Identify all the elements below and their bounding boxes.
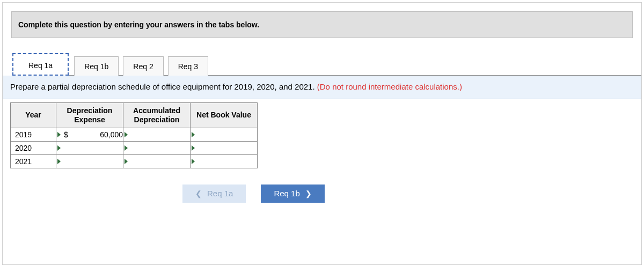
- tab-req-1b[interactable]: Req 1b: [74, 56, 119, 76]
- input-marker-icon: [125, 159, 128, 164]
- header-dep-expense: Depreciation Expense: [56, 103, 123, 128]
- input-marker-icon: [125, 145, 128, 151]
- cell-year: 2019: [11, 128, 56, 141]
- next-tab-button[interactable]: Req 1b ❯: [261, 185, 324, 203]
- tab-req-2[interactable]: Req 2: [123, 56, 163, 76]
- input-marker-icon: [192, 159, 195, 164]
- prev-tab-button[interactable]: ❮ Req 1a: [182, 185, 246, 203]
- chevron-right-icon: ❯: [305, 189, 312, 198]
- question-prompt: Prepare a partial depreciation schedule …: [3, 76, 641, 99]
- table-row: 2020: [11, 141, 258, 154]
- cell-acc-dep[interactable]: [123, 154, 191, 168]
- tab-req-1a[interactable]: Req 1a: [12, 53, 69, 76]
- question-container: Complete this question by entering your …: [2, 2, 642, 265]
- header-acc-dep: Accumulated Depreciation: [123, 103, 191, 128]
- prompt-main: Prepare a partial depreciation schedule …: [10, 82, 317, 91]
- cell-year: 2020: [11, 141, 56, 154]
- prompt-warning: (Do not round intermediate calculations.…: [317, 82, 462, 91]
- table-row: 2019 $ 60,000: [11, 128, 258, 141]
- cell-acc-dep[interactable]: [123, 128, 191, 141]
- tab-label: Req 1b: [84, 62, 108, 71]
- tabs-row: Req 1a Req 1b Req 2 Req 3: [12, 53, 641, 76]
- input-marker-icon: [57, 145, 61, 151]
- input-marker-icon: [125, 132, 128, 137]
- input-marker-icon: [57, 159, 61, 164]
- cell-net-book[interactable]: [191, 154, 258, 168]
- cell-year: 2021: [11, 154, 56, 168]
- header-net-book: Net Book Value: [191, 103, 258, 128]
- input-marker-icon: [192, 132, 195, 137]
- currency-symbol: $: [63, 130, 72, 139]
- tab-label: Req 1a: [28, 61, 53, 70]
- instruction-bar: Complete this question by entering your …: [11, 11, 633, 38]
- prev-label: Req 1a: [207, 189, 233, 198]
- cell-dep-expense[interactable]: $ 60,000: [56, 128, 123, 141]
- cell-net-book[interactable]: [191, 141, 258, 154]
- cell-dep-expense[interactable]: [56, 154, 123, 168]
- nav-row: ❮ Req 1a Req 1b ❯: [182, 185, 641, 203]
- cell-acc-dep[interactable]: [123, 141, 191, 154]
- header-year: Year: [11, 103, 56, 128]
- dep-amount: 60,000: [72, 130, 123, 139]
- chevron-left-icon: ❮: [195, 189, 202, 198]
- input-marker-icon: [192, 145, 195, 151]
- input-marker-icon: [57, 132, 61, 137]
- depreciation-table: Year Depreciation Expense Accumulated De…: [10, 102, 258, 168]
- tab-label: Req 2: [133, 62, 153, 71]
- cell-dep-expense[interactable]: [56, 141, 123, 154]
- table-row: 2021: [11, 154, 258, 168]
- cell-net-book[interactable]: [191, 128, 258, 141]
- instruction-text: Complete this question by entering your …: [18, 20, 259, 29]
- tab-req-3[interactable]: Req 3: [168, 56, 208, 76]
- next-label: Req 1b: [274, 189, 299, 198]
- tab-label: Req 3: [178, 62, 198, 71]
